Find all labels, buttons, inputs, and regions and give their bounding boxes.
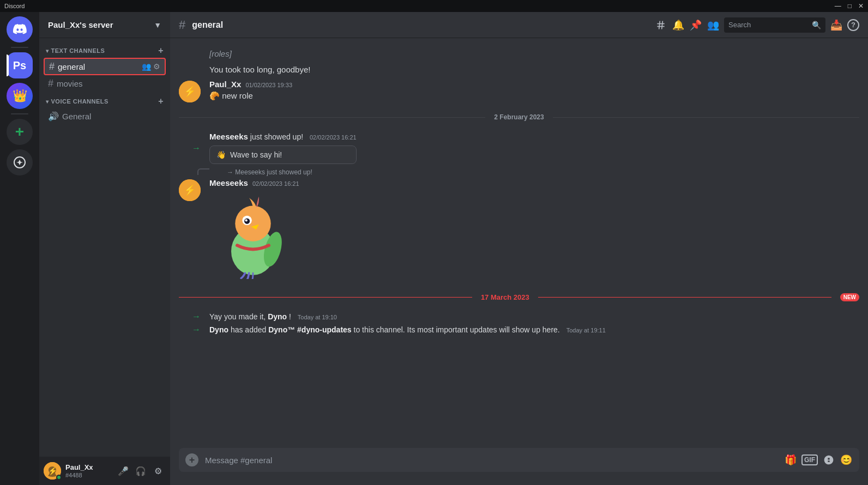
search-placeholder: Search	[728, 21, 809, 29]
gif-button[interactable]: GIF	[801, 454, 818, 465]
dyno-join-message: → Yay you made it, Dyno ! Today at 19:10	[170, 310, 868, 323]
add-member-icon[interactable]: 👥	[142, 62, 151, 71]
server-chevron-icon: ▼	[154, 21, 161, 29]
user-settings-button[interactable]: ⚙	[150, 463, 166, 478]
voice-channels-header[interactable]: ▾ VOICE CHANNELS +	[44, 93, 166, 108]
user-avatar: ⚡	[44, 462, 61, 480]
svg-text:⚡: ⚡	[48, 466, 58, 476]
march17-date-text: 17 March 2023	[481, 293, 529, 301]
svg-point-13	[235, 205, 270, 241]
message-paul-new-role: ⚡ Paul_Xx 01/02/2023 19:33 🥐 new role	[170, 78, 868, 102]
text-channels-header[interactable]: ▾ TEXT CHANNELS +	[44, 43, 166, 58]
channel-general-icons: 👥 ⚙	[142, 62, 160, 71]
message-input-box[interactable]: + Message #general 🎁 GIF 😊	[179, 448, 859, 472]
dyno-update-has-added: has added	[231, 325, 268, 334]
server-2-button[interactable]: 👑	[7, 83, 33, 109]
user-status-indicator	[56, 475, 62, 480]
maximize-button[interactable]: □	[848, 2, 852, 10]
app-body: Ps 👑 + Paul_Xx's server ▼	[0, 12, 868, 485]
input-actions: 🎁 GIF 😊	[784, 453, 853, 466]
meeseeks-join-timestamp: 02/02/2023 16:21	[310, 134, 357, 141]
meeseeks-parrot-author: Meeseeks	[209, 178, 248, 187]
microphone-button[interactable]: 🎤	[116, 463, 131, 478]
meeseeks-join-text: Meeseeks just showed up! 02/02/2023 16:2…	[209, 132, 357, 141]
explore-button[interactable]	[7, 149, 33, 175]
date-divider-feb2: 2 February 2023	[170, 105, 868, 130]
dyno-join-exclamation: !	[289, 312, 291, 321]
gift-button[interactable]: 🎁	[784, 453, 797, 466]
text-channels-label: TEXT CHANNELS	[51, 47, 105, 54]
svg-line-6	[659, 21, 660, 29]
channel-general-name: general	[58, 62, 138, 71]
join-arrow-icon: →	[192, 143, 201, 153]
reply-text: → Meeseeks just showed up!	[227, 168, 312, 176]
channel-voice-general-name: General	[62, 112, 161, 121]
user-controls: 🎤 🎧 ⚙	[116, 463, 166, 478]
help-icon[interactable]: ?	[847, 19, 859, 31]
dyno-name-bold: Dyno	[268, 312, 287, 321]
settings-icon[interactable]: ⚙	[153, 62, 160, 71]
paul-content: 🥐 new role	[209, 90, 859, 101]
messages-area[interactable]: [roles] You took too long, goodbye! ⚡ Pa…	[170, 38, 868, 448]
pin-icon[interactable]: 📌	[689, 19, 702, 32]
add-voice-channel-icon[interactable]: +	[158, 96, 164, 106]
paul-avatar: ⚡	[179, 81, 201, 102]
meeseeks-author: Meeseeks	[209, 132, 248, 141]
minimize-button[interactable]: —	[835, 2, 841, 10]
discord-home-button[interactable]	[7, 16, 33, 43]
server-header[interactable]: Paul_Xx's server ▼	[39, 12, 170, 38]
dyno-update-timestamp: Today at 19:11	[566, 327, 606, 334]
add-attachment-button[interactable]: +	[185, 453, 198, 466]
reply-line	[197, 168, 209, 175]
emoji-button[interactable]: 😊	[840, 453, 853, 466]
paul-message-header: Paul_Xx 01/02/2023 19:33	[209, 80, 859, 89]
channel-voice-general[interactable]: 🔊 General	[44, 108, 166, 124]
channel-movies[interactable]: # movies	[44, 76, 166, 91]
search-icon: 🔍	[812, 21, 821, 29]
divider-date-text: 2 February 2023	[494, 113, 544, 121]
members-icon[interactable]: 👥	[707, 19, 720, 32]
march17-line-left	[179, 297, 472, 298]
inbox-icon[interactable]: 📥	[830, 19, 843, 32]
wave-button[interactable]: 👋 Wave to say hi!	[209, 146, 357, 164]
dyno-join-prefix: Yay you made it,	[209, 312, 268, 321]
meeseeks-parrot-header: Meeseeks 02/02/2023 16:21	[209, 178, 859, 187]
dyno-join-text: Yay you made it, Dyno ! Today at 19:10	[209, 312, 337, 321]
date-divider-march17: 17 March 2023 NEW	[170, 284, 868, 310]
window-controls[interactable]: — □ ✕	[835, 2, 864, 10]
bell-icon[interactable]: 🔔	[672, 19, 685, 32]
search-bar[interactable]: Search 🔍	[724, 17, 825, 33]
active-indicator	[7, 54, 9, 76]
hash-threads-icon[interactable]	[654, 19, 667, 32]
server-2-wrapper[interactable]: 👑	[7, 83, 33, 109]
svg-line-7	[662, 21, 663, 29]
dyno-updates-channel-bold: Dyno™ #dyno-updates	[268, 325, 351, 334]
chevron-down-icon-voice: ▾	[46, 99, 49, 105]
user-panel: ⚡ Paul_Xx #4488 🎤 🎧 ⚙	[39, 457, 170, 485]
meeseeks-join-suffix: just showed up!	[250, 132, 303, 141]
add-text-channel-icon[interactable]: +	[158, 46, 164, 56]
paul-author: Paul_Xx	[209, 80, 241, 89]
main-content: # general 🔔 📌 👥 Search 🔍	[170, 12, 868, 485]
ps-server-button[interactable]: Ps	[7, 52, 33, 78]
wave-emoji: 👋	[216, 150, 226, 159]
headphone-button[interactable]: 🎧	[133, 463, 148, 478]
server-name: Paul_Xx's server	[48, 20, 113, 29]
sticker-button[interactable]	[822, 453, 835, 466]
new-badge: NEW	[840, 293, 859, 301]
add-server-button[interactable]: +	[7, 119, 33, 145]
close-button[interactable]: ✕	[858, 2, 864, 10]
channel-movies-name: movies	[57, 79, 161, 88]
user-discriminator: #4488	[65, 472, 111, 478]
message-input-placeholder[interactable]: Message #general	[205, 456, 777, 465]
ps-server-wrapper[interactable]: Ps	[7, 52, 33, 78]
server-sidebar: Ps 👑 +	[0, 12, 39, 485]
message-input-area: + Message #general 🎁 GIF 😊	[170, 448, 868, 485]
divider-line-right	[553, 117, 859, 118]
channel-sidebar: Paul_Xx's server ▼ ▾ TEXT CHANNELS + # g…	[39, 12, 170, 485]
channel-header: # general 🔔 📌 👥 Search 🔍	[170, 12, 868, 38]
message-timeout: You took too long, goodbye!	[170, 63, 868, 76]
header-actions: 🔔 📌 👥 Search 🔍 📥 ?	[654, 17, 859, 33]
user-info: Paul_Xx #4488	[65, 463, 111, 478]
channel-general[interactable]: # general 👥 ⚙	[44, 58, 166, 75]
